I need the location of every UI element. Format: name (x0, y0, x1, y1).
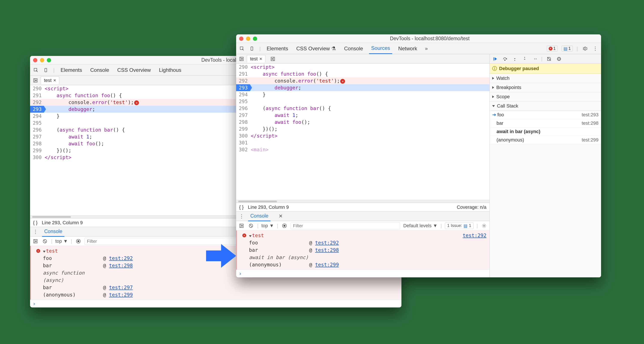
code-line[interactable]: 299 })(); (236, 126, 490, 132)
resume-icon[interactable] (492, 56, 498, 62)
callstack-frame[interactable]: bartest:298 (490, 119, 601, 127)
more-tabs-icon[interactable]: » (423, 45, 430, 52)
clear-console-icon[interactable] (42, 238, 48, 244)
stack-frame-link[interactable]: test:297 (109, 285, 133, 290)
line-number[interactable]: 296 (30, 126, 44, 133)
line-number[interactable]: 295 (30, 119, 44, 126)
line-number[interactable]: 298 (236, 119, 250, 126)
tab-console[interactable]: Console (342, 43, 365, 54)
stack-frame-row[interactable]: bar@ test:297 (34, 284, 402, 291)
error-count[interactable]: ✕1 (547, 46, 558, 52)
error-badge-icon[interactable]: ✕ (134, 100, 139, 105)
minimize-icon[interactable] (246, 37, 250, 41)
drawer-tab-console[interactable]: Console (248, 211, 270, 221)
line-number[interactable]: 290 (30, 85, 44, 92)
step-icon[interactable] (531, 56, 538, 62)
code-line[interactable]: 295 (236, 98, 490, 105)
line-number[interactable]: 292 (236, 77, 250, 84)
console-settings-icon[interactable] (481, 223, 487, 229)
code-line[interactable]: 291 async function foo() { (236, 71, 490, 77)
close-icon[interactable] (33, 58, 37, 62)
pretty-print-icon[interactable]: { } (239, 205, 244, 210)
zoom-icon[interactable] (253, 37, 257, 41)
issues-pill[interactable]: 1 Issue: ▤1 (445, 223, 474, 229)
line-number[interactable]: 291 (30, 92, 44, 99)
code-line[interactable]: 294 } (236, 91, 490, 98)
step-into-icon[interactable] (512, 56, 518, 62)
line-number[interactable]: 296 (236, 105, 250, 112)
drawer-menu-icon[interactable]: ⋮ (238, 213, 245, 220)
line-number[interactable]: 298 (30, 140, 44, 147)
code-line[interactable]: 292 console.error('test');✕ (236, 77, 490, 84)
levels-selector[interactable]: Default levels ▼ (403, 223, 438, 229)
code-line[interactable]: 300</script> (236, 132, 490, 139)
console-prompt[interactable]: › (30, 300, 402, 307)
section-watch[interactable]: Watch (490, 74, 601, 83)
debugger-toggle-icon[interactable] (270, 56, 276, 62)
code-line[interactable]: 301 (236, 139, 490, 146)
drawer-tab-console[interactable]: Console (42, 227, 64, 237)
console-error-row[interactable]: ✕testtest:292 (240, 232, 490, 239)
code-line[interactable]: 302<main> (236, 146, 490, 153)
deactivate-breakpoints-icon[interactable] (546, 56, 552, 62)
line-number[interactable]: 292 (30, 99, 44, 106)
navigator-toggle-icon[interactable] (238, 56, 245, 62)
tab-css-overview[interactable]: CSS Overview (115, 65, 153, 75)
line-number[interactable]: 300 (30, 154, 44, 161)
close-icon[interactable] (239, 37, 244, 41)
settings-icon[interactable] (582, 45, 588, 52)
tab-css-overview[interactable]: CSS Overview ⚗ (294, 43, 338, 54)
close-tab-icon[interactable]: × (259, 56, 262, 62)
callstack-frame[interactable]: ➔footest:293 (490, 111, 601, 119)
stack-frame-row[interactable]: (anonymous)@ test:299 (34, 291, 402, 298)
stack-frame-row[interactable]: (anonymous)@ test:299 (240, 261, 490, 268)
tab-elements[interactable]: Elements (58, 65, 84, 75)
code-editor[interactable]: 290<script>291 async function foo() {292… (236, 64, 490, 200)
stack-frame-link[interactable]: test:298 (315, 247, 339, 253)
sidebar-toggle-icon[interactable] (238, 223, 245, 229)
stack-frame-row[interactable]: await in bar (async) (240, 254, 490, 261)
tab-lighthouse[interactable]: Lighthous (157, 65, 183, 75)
line-number[interactable]: 293 (30, 106, 44, 113)
stack-frame-link[interactable]: test:292 (109, 255, 133, 261)
code-line[interactable]: 293 debugger; (236, 84, 490, 91)
stack-frame-link[interactable]: test:299 (315, 262, 339, 267)
callstack-frame[interactable]: await in bar (async) (490, 127, 601, 136)
tab-sources[interactable]: Sources (369, 43, 392, 54)
line-number[interactable]: 293 (236, 84, 250, 91)
stack-frame-link[interactable]: test:299 (109, 292, 133, 298)
line-number[interactable]: 299 (30, 147, 44, 154)
kebab-menu-icon[interactable]: ⋮ (592, 45, 598, 52)
stack-frame-link[interactable]: test:298 (109, 263, 133, 268)
line-number[interactable]: 294 (30, 113, 44, 119)
line-number[interactable]: 294 (236, 91, 250, 98)
tab-console[interactable]: Console (88, 65, 111, 75)
context-selector[interactable]: top ▼ (262, 223, 274, 229)
frame-location[interactable]: test:293 (582, 112, 598, 118)
line-number[interactable]: 297 (30, 133, 44, 140)
line-number[interactable]: 290 (236, 64, 250, 71)
tab-elements[interactable]: Elements (264, 43, 290, 54)
file-tab-test[interactable]: test × (41, 77, 59, 84)
error-badge-icon[interactable]: ✕ (340, 79, 345, 84)
close-drawer-icon[interactable]: ✕ (277, 213, 284, 220)
frame-location[interactable]: test:299 (582, 137, 598, 143)
line-number[interactable]: 301 (236, 139, 250, 146)
line-number[interactable]: 295 (236, 98, 250, 105)
minimize-icon[interactable] (40, 58, 44, 62)
stack-frame-link[interactable]: test:292 (315, 240, 339, 246)
tab-network[interactable]: Network (396, 43, 419, 54)
stack-frame-row[interactable]: foo@ test:292 (240, 239, 490, 246)
section-callstack[interactable]: Call Stack (490, 101, 601, 111)
horizontal-scrollbar[interactable] (236, 200, 490, 203)
line-number[interactable]: 300 (236, 132, 250, 139)
device-icon[interactable] (249, 45, 256, 52)
section-scope[interactable]: Scope (490, 92, 601, 101)
stack-frame-row[interactable]: bar@ test:298 (240, 246, 490, 254)
expand-icon[interactable] (43, 251, 46, 253)
pause-exceptions-icon[interactable] (556, 56, 562, 62)
filter-input[interactable] (291, 222, 400, 229)
issues-count[interactable]: ▤1 (562, 46, 573, 52)
code-line[interactable]: 290<script> (236, 64, 490, 71)
live-expression-icon[interactable] (75, 238, 82, 244)
